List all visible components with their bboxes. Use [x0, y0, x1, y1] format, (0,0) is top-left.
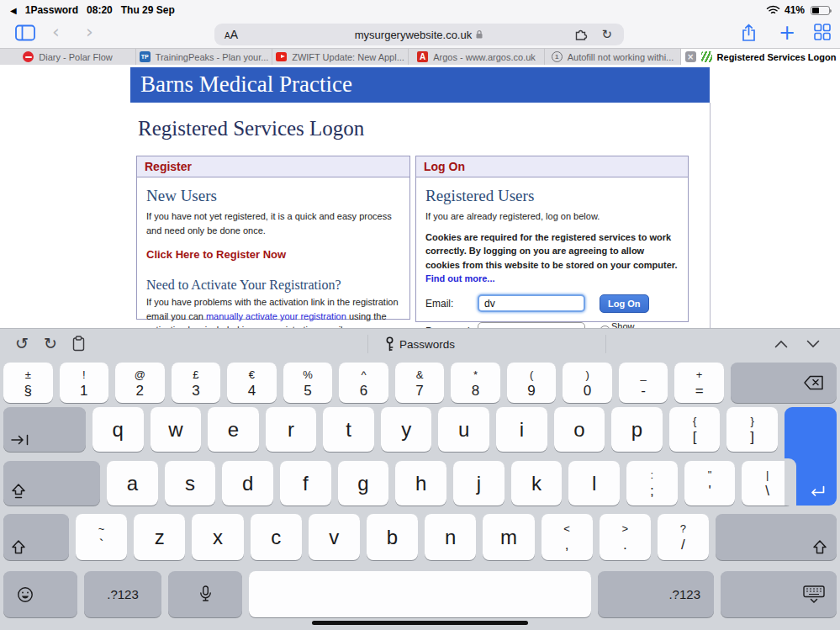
return-key[interactable] — [785, 407, 837, 506]
reload-icon[interactable]: ↻ — [601, 27, 612, 42]
key-f[interactable]: f — [280, 461, 331, 506]
chevron-down-icon[interactable] — [806, 340, 820, 348]
key-7[interactable]: &7 — [395, 363, 445, 403]
tab-key[interactable] — [3, 407, 86, 452]
safari-toolbar: ‹ › AA mysurgerywebsite.co.uk ↻ + — [0, 20, 840, 48]
key-backtick[interactable]: ~` — [76, 514, 127, 560]
key-z[interactable]: z — [134, 514, 185, 560]
key-b[interactable]: b — [367, 514, 418, 560]
chevron-up-icon[interactable] — [774, 340, 788, 348]
key-q[interactable]: q — [92, 407, 144, 452]
key-equals[interactable]: += — [674, 363, 724, 403]
key-y[interactable]: y — [381, 407, 432, 452]
key-x[interactable]: x — [192, 514, 243, 560]
space-key[interactable] — [249, 571, 591, 617]
key-c[interactable]: c — [251, 514, 302, 560]
keyboard-row-home: a s d f g h j k l :; "' |\ — [3, 461, 793, 506]
1password-favicon: 1 — [552, 51, 563, 62]
key-o[interactable]: o — [554, 407, 605, 452]
url-text: mysurgerywebsite.co.uk — [355, 29, 472, 41]
key-1[interactable]: !1 — [60, 363, 109, 403]
key-r[interactable]: r — [266, 407, 317, 452]
email-field[interactable] — [478, 294, 585, 312]
close-tab-icon[interactable]: × — [685, 51, 696, 62]
key-6[interactable]: ^6 — [339, 363, 388, 403]
key-comma[interactable]: <, — [542, 514, 593, 560]
key-k[interactable]: k — [511, 461, 563, 506]
key-4[interactable]: €4 — [227, 363, 277, 403]
tab-trainingpeaks[interactable]: TP TrainingPeaks - Plan your... — [136, 49, 272, 65]
activate-body-text: If you have problems with the activation… — [146, 295, 400, 328]
key-j[interactable]: j — [453, 461, 505, 506]
back-to-app-icon[interactable]: ◀ — [10, 6, 17, 15]
numbers-key-right[interactable]: .?123 — [598, 571, 714, 617]
tab-argos[interactable]: A Argos - www.argos.co.uk — [409, 49, 545, 65]
tab-1password-support[interactable]: 1 Autofill not working withi... — [545, 49, 681, 65]
dismiss-keyboard-icon — [803, 585, 825, 604]
key-a[interactable]: a — [107, 461, 158, 506]
tab-registered-services-logon[interactable]: × Registered Services Logon — [681, 49, 840, 65]
numbers-key-left[interactable]: .?123 — [84, 571, 161, 617]
tabs-overview-icon[interactable] — [814, 24, 831, 40]
sidebar-icon[interactable] — [15, 24, 35, 41]
key-g[interactable]: g — [338, 461, 389, 506]
key-period[interactable]: >. — [600, 514, 651, 560]
key-minus[interactable]: _- — [619, 363, 668, 403]
key-v[interactable]: v — [309, 514, 360, 560]
wifi-icon — [766, 5, 780, 15]
key-5[interactable]: %5 — [283, 363, 333, 403]
key-d[interactable]: d — [222, 461, 273, 506]
passwords-suggestion[interactable]: Passwords — [0, 329, 840, 359]
key-e[interactable]: e — [208, 407, 259, 452]
back-icon[interactable]: ‹ — [52, 23, 60, 41]
register-now-link[interactable]: Click Here to Register Now — [146, 248, 400, 261]
key-quote[interactable]: "' — [684, 461, 736, 506]
share-icon[interactable] — [742, 24, 756, 42]
key-8[interactable]: *8 — [451, 363, 500, 403]
key-u[interactable]: u — [438, 407, 489, 452]
backspace-key[interactable] — [731, 363, 837, 403]
key-section[interactable]: ±§ — [3, 363, 53, 403]
key-semicolon[interactable]: :; — [626, 461, 678, 506]
address-bar[interactable]: AA mysurgerywebsite.co.uk ↻ — [214, 24, 624, 45]
key-bracket-right[interactable]: }] — [726, 407, 778, 452]
find-out-more-link[interactable]: Find out more... — [425, 273, 495, 283]
shift-left-key[interactable] — [3, 514, 69, 560]
key-slash[interactable]: ?/ — [658, 514, 709, 560]
key-l[interactable]: l — [568, 461, 620, 506]
back-to-app-label[interactable]: 1Password — [25, 4, 78, 16]
key-i[interactable]: i — [496, 407, 547, 452]
tab-polar-flow[interactable]: Diary - Polar Flow — [0, 49, 136, 65]
dictation-key[interactable] — [168, 571, 242, 617]
forward-icon[interactable]: › — [86, 23, 93, 41]
new-tab-icon[interactable]: + — [779, 21, 795, 45]
registered-users-heading: Registered Users — [425, 187, 679, 205]
tab-zwift[interactable]: ZWIFT Update: New Appl... — [272, 49, 409, 65]
key-m[interactable]: m — [483, 514, 534, 560]
trainingpeaks-favicon: TP — [140, 51, 151, 62]
key-9[interactable]: (9 — [507, 363, 557, 403]
lock-icon — [475, 29, 483, 40]
emoji-key[interactable] — [3, 571, 77, 617]
extensions-icon[interactable] — [574, 28, 589, 41]
key-3[interactable]: £3 — [172, 363, 221, 403]
key-h[interactable]: h — [395, 461, 446, 506]
caps-lock-key[interactable] — [3, 461, 100, 506]
key-n[interactable]: n — [425, 514, 476, 560]
logon-button[interactable]: Log On — [600, 294, 649, 313]
key-2[interactable]: @2 — [115, 363, 165, 403]
shift-right-key[interactable] — [716, 514, 837, 560]
home-indicator[interactable] — [312, 621, 528, 625]
key-w[interactable]: w — [151, 407, 202, 452]
password-field[interactable] — [478, 322, 585, 328]
key-s[interactable]: s — [165, 461, 216, 506]
key-t[interactable]: t — [323, 407, 374, 452]
logon-body-text: If you are already registered, log on be… — [425, 209, 679, 224]
key-bracket-left[interactable]: {[ — [669, 407, 721, 452]
key-p[interactable]: p — [611, 407, 663, 452]
keyboard-accessory-bar: ↺ ↻ Passwords — [0, 329, 840, 359]
manually-activate-link[interactable]: manually activate your registration — [206, 311, 346, 321]
key-0[interactable]: )0 — [563, 363, 612, 403]
dismiss-keyboard-key[interactable] — [721, 571, 837, 617]
polar-flow-favicon — [23, 51, 34, 62]
